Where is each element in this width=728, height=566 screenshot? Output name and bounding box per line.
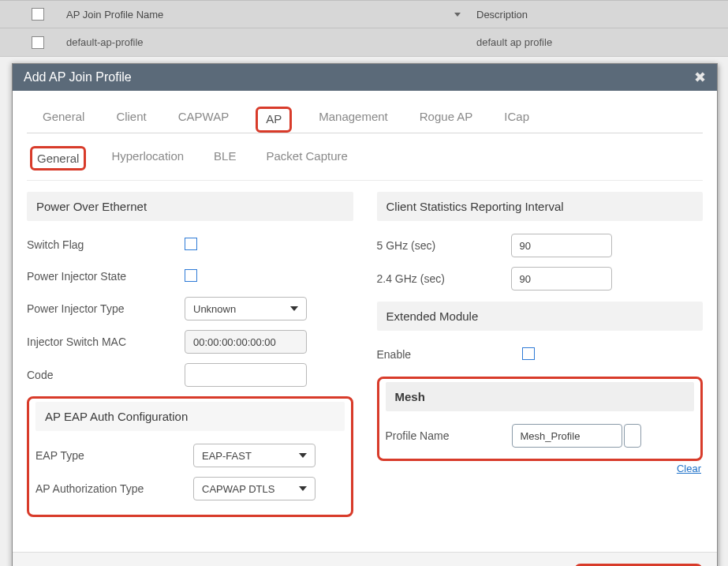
col-header-name-text: AP Join Profile Name xyxy=(66,9,163,21)
table-row[interactable]: default-ap-profile default ap profile xyxy=(0,28,728,57)
col-header-name[interactable]: AP Join Profile Name xyxy=(66,9,476,21)
profiles-header-row: AP Join Profile Name Description xyxy=(0,0,728,28)
chevron-down-icon xyxy=(454,13,461,17)
row-checkbox[interactable] xyxy=(32,36,44,49)
row-desc: default ap profile xyxy=(476,36,728,48)
col-header-desc[interactable]: Description xyxy=(476,9,728,21)
profiles-table: AP Join Profile Name Description default… xyxy=(0,0,728,57)
select-all-checkbox[interactable] xyxy=(32,8,44,21)
row-name: default-ap-profile xyxy=(66,36,476,48)
